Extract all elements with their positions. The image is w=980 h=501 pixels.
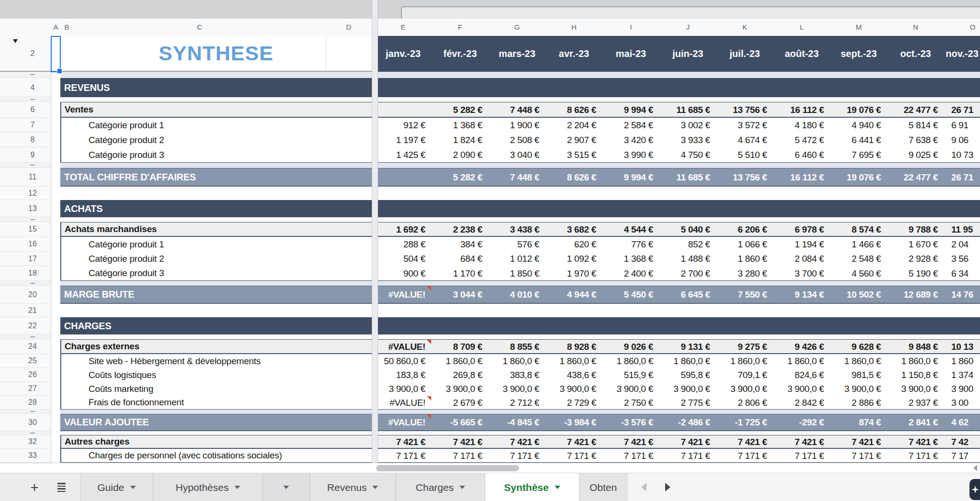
cell[interactable]: 8 626 € bbox=[546, 168, 602, 187]
sheet-tab-hypothèses[interactable]: Hypothèses bbox=[153, 473, 263, 501]
explore-sparkle-icon[interactable] bbox=[969, 479, 980, 500]
cell[interactable]: 3 56 bbox=[944, 252, 980, 266]
cell[interactable]: #VALUE! bbox=[375, 414, 432, 431]
month-header-cell[interactable]: sept.-23 bbox=[830, 36, 887, 72]
cell[interactable]: 1 850 € bbox=[489, 266, 546, 281]
all-sheets-menu-icon[interactable] bbox=[52, 473, 71, 501]
cell[interactable]: 1 860,0 € bbox=[716, 354, 773, 368]
column-a-cell[interactable] bbox=[51, 317, 60, 334]
cell[interactable]: 3 900,0 € bbox=[659, 382, 716, 396]
column-a-cell[interactable] bbox=[51, 435, 60, 449]
cell[interactable]: 6 34 bbox=[944, 266, 980, 281]
cell[interactable]: 6 206 € bbox=[716, 222, 773, 237]
cell[interactable]: 7 171 € bbox=[887, 449, 944, 463]
column-a-cell[interactable] bbox=[51, 78, 60, 97]
cell[interactable]: 3 515 € bbox=[546, 147, 602, 163]
hidden-row-marker[interactable] bbox=[0, 334, 51, 339]
row-header-26[interactable]: 26 bbox=[0, 368, 51, 382]
cell[interactable]: 3 002 € bbox=[659, 118, 716, 133]
cell[interactable]: 22 477 € bbox=[887, 168, 944, 187]
cell[interactable]: 2 842 € bbox=[773, 396, 830, 410]
cell[interactable]: 6 441 € bbox=[830, 133, 887, 147]
cell[interactable]: 9 06 bbox=[944, 133, 980, 147]
hidden-row-marker[interactable] bbox=[0, 97, 51, 102]
cell[interactable]: 7 421 € bbox=[489, 435, 546, 449]
tab-dropdown-icon[interactable] bbox=[283, 486, 289, 489]
cell[interactable]: 3 682 € bbox=[546, 222, 602, 237]
row-header-25[interactable]: 25 bbox=[0, 354, 51, 368]
cell[interactable]: 7 171 € bbox=[489, 449, 546, 463]
column-a-cell[interactable] bbox=[51, 163, 60, 168]
cell[interactable]: 7 448 € bbox=[489, 168, 546, 187]
cell[interactable]: 11 95 bbox=[944, 222, 980, 237]
cell[interactable]: 5 282 € bbox=[432, 168, 489, 187]
cell[interactable]: 22 477 € bbox=[887, 102, 944, 118]
column-header-M[interactable]: M bbox=[830, 19, 888, 35]
tab-dropdown-icon[interactable] bbox=[234, 486, 240, 489]
cell[interactable]: 7 695 € bbox=[830, 147, 887, 163]
cell[interactable]: 7 171 € bbox=[602, 449, 659, 463]
cell[interactable]: 16 112 € bbox=[773, 168, 830, 187]
month-header-cell[interactable]: août-23 bbox=[773, 36, 830, 72]
cell[interactable]: 2 886 € bbox=[830, 396, 887, 410]
cell[interactable]: 10 13 bbox=[944, 339, 980, 354]
cell[interactable]: 14 76 bbox=[944, 286, 980, 304]
cell[interactable]: 438,6 € bbox=[546, 368, 602, 382]
row-header-2[interactable]: 2 bbox=[0, 36, 51, 72]
column-a-cell[interactable] bbox=[51, 449, 60, 463]
month-header-cell[interactable]: oct.-23 bbox=[887, 36, 944, 72]
column-header-L[interactable]: L bbox=[773, 19, 831, 35]
cell[interactable]: 4 180 € bbox=[773, 118, 830, 133]
column-a-cell[interactable] bbox=[51, 133, 60, 147]
cell[interactable]: 3 900 bbox=[944, 382, 980, 396]
cell[interactable]: 50 860,0 € bbox=[375, 354, 432, 368]
cell[interactable]: 3 438 € bbox=[489, 222, 546, 237]
cell[interactable]: 384 € bbox=[432, 237, 489, 252]
sheet-tab-revenus[interactable]: Revenus bbox=[310, 473, 396, 501]
row-header-24[interactable]: 24 bbox=[0, 339, 51, 354]
section-band[interactable]: REVENUS bbox=[60, 78, 980, 97]
cell[interactable]: 3 900,0 € bbox=[489, 382, 546, 396]
cell[interactable]: 7 550 € bbox=[716, 286, 773, 304]
cell[interactable]: 183,8 € bbox=[375, 368, 432, 382]
cell[interactable]: 912 € bbox=[375, 118, 432, 133]
column-a-cell[interactable] bbox=[51, 217, 60, 222]
cell[interactable]: 7 421 € bbox=[546, 435, 602, 449]
cell[interactable]: 1 900 € bbox=[489, 118, 546, 133]
column-a-cell[interactable] bbox=[51, 431, 60, 435]
cell[interactable]: 8 928 € bbox=[546, 339, 602, 354]
cell[interactable]: 576 € bbox=[489, 237, 546, 252]
column-a-cell[interactable] bbox=[51, 102, 60, 118]
cell[interactable]: 19 076 € bbox=[830, 102, 887, 118]
cell[interactable]: 7 421 € bbox=[716, 435, 773, 449]
column-a-cell[interactable] bbox=[51, 339, 60, 354]
cell[interactable]: 2 775 € bbox=[659, 396, 716, 410]
cell[interactable]: 2 090 € bbox=[432, 147, 489, 163]
cell[interactable]: 2 679 € bbox=[432, 396, 489, 410]
row-header-32[interactable]: 32 bbox=[0, 435, 51, 449]
row-header-12[interactable]: 12 bbox=[0, 187, 51, 200]
cell[interactable]: 7 421 € bbox=[602, 435, 659, 449]
tab-dropdown-icon[interactable] bbox=[130, 486, 136, 489]
cell[interactable]: 1 374 bbox=[944, 368, 980, 382]
row-header-22[interactable]: 22 bbox=[0, 317, 51, 334]
column-a-cell[interactable] bbox=[51, 410, 60, 414]
cell[interactable]: 3 420 € bbox=[602, 133, 659, 147]
cell[interactable]: 5 450 € bbox=[602, 286, 659, 304]
cell[interactable]: 7 171 € bbox=[546, 449, 602, 463]
cell[interactable]: 1 170 € bbox=[432, 266, 489, 281]
column-a-cell[interactable] bbox=[51, 118, 60, 133]
column-header-F[interactable]: F bbox=[432, 19, 489, 35]
cell[interactable]: 1 970 € bbox=[546, 266, 602, 281]
row-header-20[interactable]: 20 bbox=[0, 286, 51, 304]
cell[interactable]: #VALUE! bbox=[375, 339, 432, 354]
column-header-G[interactable]: G bbox=[489, 19, 546, 35]
cell[interactable]: 8 855 € bbox=[489, 339, 546, 354]
cell[interactable]: 11 685 € bbox=[659, 102, 716, 118]
row-header-27[interactable]: 27 bbox=[0, 382, 51, 396]
cell[interactable]: 7 171 € bbox=[716, 449, 773, 463]
hidden-row-marker[interactable] bbox=[0, 410, 51, 414]
column-header-C[interactable]: C bbox=[73, 19, 326, 35]
month-header-cell[interactable]: mars-23 bbox=[489, 36, 546, 72]
cell[interactable]: 3 900,0 € bbox=[887, 382, 944, 396]
